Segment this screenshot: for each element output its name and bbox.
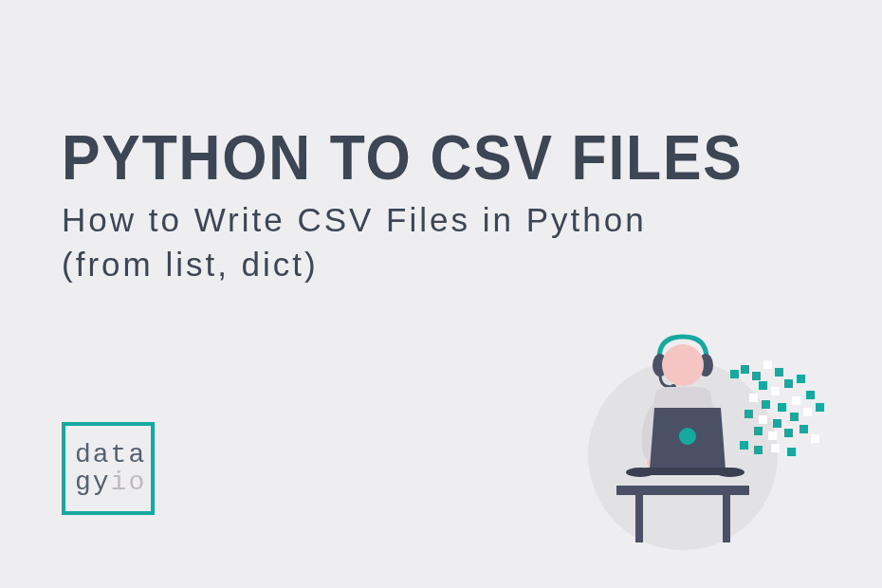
svg-rect-41	[645, 468, 730, 475]
svg-rect-36	[616, 486, 749, 495]
svg-rect-14	[806, 391, 815, 399]
datagy-logo: data gyio	[62, 422, 155, 515]
logo-line-1: data	[75, 441, 151, 469]
svg-rect-37	[635, 495, 643, 542]
svg-rect-27	[754, 446, 763, 454]
svg-rect-13	[792, 396, 800, 405]
svg-rect-10	[749, 394, 758, 402]
svg-rect-19	[803, 408, 812, 416]
svg-point-42	[679, 428, 696, 445]
svg-rect-8	[784, 379, 793, 388]
svg-rect-7	[771, 387, 780, 395]
subtitle-line-1: How to Write CSV Files in Python	[62, 197, 647, 242]
svg-rect-26	[740, 441, 748, 450]
svg-rect-4	[763, 360, 772, 369]
svg-rect-15	[744, 410, 753, 418]
svg-rect-21	[754, 427, 763, 435]
svg-rect-38	[723, 495, 730, 542]
logo-line-2: gyio	[75, 469, 151, 496]
svg-rect-18	[790, 413, 799, 421]
page-subtitle: How to Write CSV Files in Python (from l…	[62, 197, 647, 287]
svg-rect-2	[741, 365, 749, 374]
svg-rect-23	[784, 429, 793, 437]
svg-rect-1	[730, 370, 739, 378]
svg-rect-29	[787, 448, 796, 456]
svg-rect-16	[759, 415, 767, 424]
svg-rect-5	[775, 368, 783, 377]
svg-rect-20	[816, 403, 824, 412]
svg-rect-12	[778, 403, 786, 412]
svg-rect-28	[771, 444, 780, 452]
svg-rect-11	[762, 400, 770, 409]
page-title: PYTHON TO CSV FILES	[62, 121, 744, 193]
svg-rect-25	[811, 434, 819, 443]
svg-rect-9	[797, 375, 805, 383]
person-laptop-illustration	[564, 313, 830, 550]
svg-rect-3	[752, 372, 761, 380]
svg-rect-17	[773, 419, 781, 428]
svg-rect-6	[759, 381, 767, 390]
subtitle-line-2: (from list, dict)	[62, 242, 647, 286]
svg-rect-22	[768, 432, 777, 440]
svg-point-33	[662, 344, 704, 386]
logo-gy-text: gy	[75, 468, 111, 497]
svg-rect-24	[799, 425, 808, 433]
logo-io-text: io	[111, 468, 147, 497]
